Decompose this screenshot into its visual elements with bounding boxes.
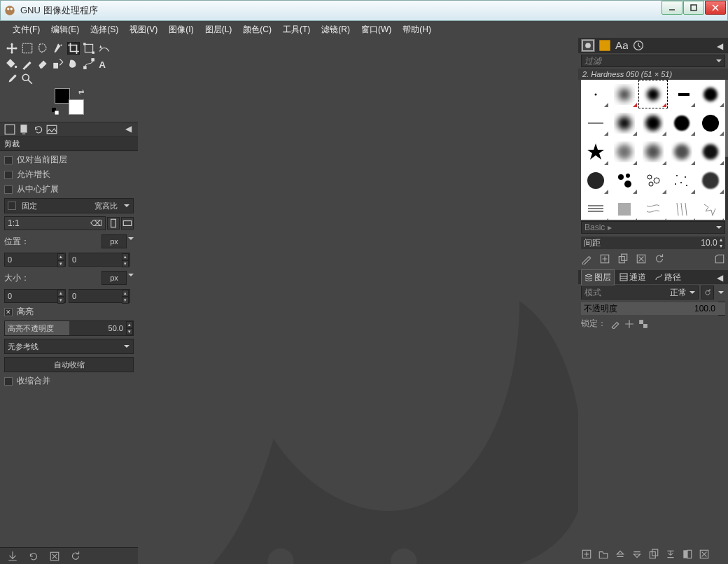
layers-tab[interactable]: 图层 — [581, 269, 615, 285]
guides-dropdown[interactable] — [120, 342, 133, 351]
delete-layer-icon[interactable] — [699, 549, 710, 560]
menu-select[interactable]: 选择(S) — [85, 21, 124, 38]
foreground-color[interactable] — [55, 88, 70, 104]
menu-file[interactable]: 文件(F) — [7, 21, 46, 38]
color-swatch[interactable]: ⇄ — [52, 88, 84, 115]
menu-tools[interactable]: 工具(T) — [277, 21, 316, 38]
size-unit-dropdown[interactable] — [128, 271, 134, 285]
new-brush-icon[interactable] — [599, 253, 610, 265]
save-preset-icon[interactable] — [7, 551, 18, 562]
open-brush-as-image-icon[interactable] — [714, 253, 725, 265]
size-h-input[interactable]: ▴▾ — [69, 289, 130, 303]
text-tool-icon[interactable]: A — [98, 57, 111, 70]
layer-list[interactable] — [581, 332, 725, 544]
highlight-opacity-value[interactable]: 50.0 — [106, 324, 126, 332]
document-history-tab-icon[interactable] — [631, 39, 645, 52]
menu-image[interactable]: 图像(I) — [163, 21, 199, 38]
device-status-tab-icon[interactable] — [18, 124, 29, 135]
current-layer-only-checkbox[interactable] — [4, 156, 13, 164]
menu-filters[interactable]: 滤镜(R) — [316, 21, 356, 38]
move-tool-icon[interactable] — [6, 42, 18, 55]
swap-colors-icon[interactable]: ⇄ — [78, 88, 84, 96]
raise-layer-icon[interactable] — [615, 549, 626, 560]
fonts-tab-icon[interactable]: Aa — [615, 39, 629, 52]
paths-tab[interactable]: 路径 — [651, 269, 685, 285]
brush-spacing-slider[interactable]: 间距10.0 ▴▾ — [581, 237, 725, 249]
background-color[interactable] — [69, 99, 84, 115]
position-y-input[interactable]: ▴▾ — [69, 253, 130, 267]
maximize-button[interactable] — [683, 1, 704, 15]
lock-pixels-icon[interactable] — [610, 319, 620, 329]
collapse-icon[interactable]: ◀ — [717, 273, 725, 281]
fixed-checkbox[interactable] — [8, 202, 16, 210]
brush-grid[interactable] — [581, 80, 725, 220]
landscape-icon[interactable] — [121, 217, 134, 230]
close-button[interactable] — [705, 1, 726, 15]
delete-brush-icon[interactable] — [636, 253, 647, 265]
default-colors-icon[interactable] — [52, 108, 59, 115]
highlight-checkbox[interactable] — [4, 308, 13, 316]
smudge-tool-icon[interactable] — [67, 57, 80, 70]
menu-colors[interactable]: 颜色(C) — [237, 21, 277, 38]
auto-shrink-button[interactable]: 自动收缩 — [4, 357, 134, 372]
allow-growing-checkbox[interactable] — [4, 171, 13, 179]
lock-alpha-icon[interactable] — [638, 319, 648, 329]
blend-mode-select[interactable]: 模式正常 — [581, 285, 699, 299]
menu-layer[interactable]: 图层(L) — [200, 21, 238, 38]
fixed-mode-dropdown[interactable] — [120, 202, 133, 210]
free-select-tool-icon[interactable] — [36, 42, 49, 55]
clear-icon[interactable]: ⌫ — [90, 218, 102, 228]
expand-from-center-checkbox[interactable] — [4, 185, 13, 194]
mask-layer-icon[interactable] — [682, 549, 693, 560]
new-layer-group-icon[interactable] — [598, 549, 609, 560]
zoom-tool-icon[interactable] — [21, 73, 34, 85]
lower-layer-icon[interactable] — [631, 549, 643, 560]
undo-history-tab-icon[interactable] — [32, 124, 43, 135]
merge-layer-icon[interactable] — [665, 549, 676, 560]
menu-edit[interactable]: 编辑(E) — [46, 21, 85, 38]
mode-dropdown-icon[interactable] — [717, 285, 725, 299]
mode-reset-icon[interactable] — [701, 285, 714, 299]
duplicate-layer-icon[interactable] — [648, 549, 659, 560]
portrait-icon[interactable] — [107, 217, 120, 230]
warp-tool-icon[interactable] — [98, 42, 111, 55]
position-unit[interactable]: px — [102, 234, 127, 248]
reset-preset-icon[interactable] — [70, 551, 81, 562]
menu-help[interactable]: 帮助(H) — [397, 21, 437, 38]
rect-select-tool-icon[interactable] — [21, 42, 34, 55]
eraser-tool-icon[interactable] — [36, 57, 49, 70]
channels-tab[interactable]: 通道 — [616, 269, 650, 285]
brush-filter-input[interactable]: 过滤 — [581, 55, 725, 67]
edit-brush-icon[interactable] — [581, 253, 592, 265]
fuzzy-select-tool-icon[interactable] — [52, 42, 64, 55]
images-tab-icon[interactable] — [46, 124, 57, 135]
layer-opacity-slider[interactable]: 不透明度 100.0 ▴▾ — [581, 302, 725, 315]
ratio-input[interactable]: 1:1⌫ — [4, 216, 106, 230]
patterns-tab-icon[interactable] — [598, 39, 612, 52]
clone-tool-icon[interactable] — [52, 57, 64, 70]
position-unit-dropdown[interactable] — [128, 234, 134, 248]
shrink-merged-checkbox[interactable] — [4, 377, 13, 386]
size-unit[interactable]: px — [102, 271, 127, 285]
collapse-icon[interactable]: ◀ — [125, 124, 134, 132]
paths-tool-icon[interactable] — [83, 57, 95, 70]
refresh-brushes-icon[interactable] — [654, 253, 665, 265]
menu-windows[interactable]: 窗口(W) — [356, 21, 397, 38]
delete-preset-icon[interactable] — [49, 551, 60, 562]
canvas-area[interactable] — [138, 38, 578, 564]
restore-preset-icon[interactable] — [28, 551, 39, 562]
brush-preset-select[interactable]: Basic ▸ — [581, 221, 725, 234]
tool-options-tab-icon[interactable] — [4, 124, 15, 135]
brush-scrollbar[interactable] — [725, 80, 728, 220]
lock-position-icon[interactable] — [624, 319, 634, 329]
collapse-icon[interactable]: ◀ — [717, 41, 725, 50]
crop-tool-icon[interactable] — [67, 42, 80, 55]
new-layer-icon[interactable] — [581, 549, 592, 560]
color-picker-tool-icon[interactable] — [6, 73, 18, 85]
menu-view[interactable]: 视图(V) — [124, 21, 163, 38]
minimize-button[interactable] — [662, 1, 682, 15]
bucket-fill-tool-icon[interactable] — [6, 57, 18, 70]
size-w-input[interactable]: ▴▾ — [4, 289, 66, 303]
transform-tool-icon[interactable] — [83, 42, 95, 55]
duplicate-brush-icon[interactable] — [617, 253, 629, 265]
